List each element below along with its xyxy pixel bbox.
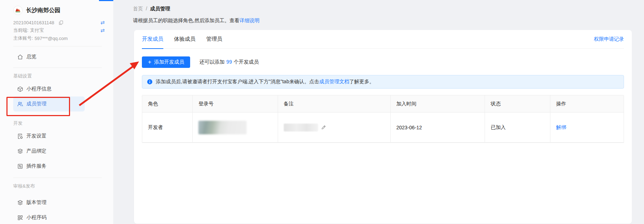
info-icon [147, 79, 153, 85]
app-header: 长沙南郊公园 [13, 6, 105, 15]
page-description: 请根据员工的职能选择角色,然后添加员工。查看详细说明 [133, 18, 644, 24]
main-content: 首页 / 成员管理 请根据员工的职能选择角色,然后添加员工。查看详细说明 开发成… [113, 0, 644, 224]
sidebar-item-label: 产品绑定 [26, 148, 46, 154]
layers-icon [17, 148, 23, 154]
cell-login [193, 113, 278, 142]
copy-icon[interactable] [59, 20, 63, 25]
switch-end-icon[interactable]: ⇄ [100, 28, 105, 33]
redacted-remark-mosaic [284, 124, 318, 131]
sidebar: 长沙南郊公园 2021004101631148 ⇄ 当前端: 支付宝 ⇄ 主体账… [0, 0, 113, 224]
sidebar-group-release: 审核&发布 [13, 183, 105, 189]
plugin-icon [17, 163, 23, 169]
tab-dev-members[interactable]: 开发成员 [142, 30, 163, 49]
cell-join-time: 2023-06-12 [391, 113, 485, 142]
home-icon [17, 54, 23, 60]
tab-admins[interactable]: 管理员 [206, 30, 222, 49]
sidebar-item-label: 小程序信息 [26, 86, 51, 92]
sidebar-item-overview[interactable]: 总览 [13, 50, 85, 64]
divider [13, 46, 102, 46]
switch-app-icon[interactable]: ⇄ [100, 20, 105, 25]
sidebar-item-dev-settings[interactable]: 开发设置 [13, 129, 85, 144]
divider [13, 178, 102, 178]
cell-remark [278, 113, 391, 142]
breadcrumb-home[interactable]: 首页 [133, 6, 143, 12]
column-header-login: 登录号 [193, 95, 278, 112]
column-header-remark: 备注 [278, 95, 391, 112]
account-value: 597***@qq.com [35, 36, 68, 41]
add-button-label: 添加开发成员 [154, 59, 184, 65]
app-id-row: 2021004101631148 ⇄ [13, 19, 105, 26]
column-header-join-time: 加入时间 [391, 95, 485, 112]
add-dev-member-button[interactable]: + 添加开发成员 [142, 56, 190, 68]
account-label: 主体账号: [13, 35, 33, 41]
sidebar-item-label: 成员管理 [26, 101, 46, 107]
account-row: 主体账号: 597***@qq.com [13, 34, 105, 42]
banner-text: 添加成员后,请被邀请者打开支付宝客户端,进入下方"消息"tab来确认。点击 [156, 79, 319, 85]
redacted-login-mosaic [198, 121, 247, 134]
app-name: 长沙南郊公园 [26, 7, 60, 14]
sidebar-item-miniprogram-info[interactable]: 小程序信息 [13, 81, 85, 96]
people-icon [17, 101, 23, 107]
info-banner: 添加成员后,请被邀请者打开支付宝客户端,进入下方"消息"tab来确认。点击成员管… [142, 75, 624, 89]
alipay-miniprogram-console: 长沙南郊公园 2021004101631148 ⇄ 当前端: 支付宝 ⇄ 主体账… [0, 0, 644, 224]
sidebar-item-label: 插件服务 [26, 163, 46, 169]
column-header-role: 角色 [142, 95, 193, 112]
sidebar-item-member-management[interactable]: 成员管理 [13, 96, 85, 111]
top-blue-fragment [99, 0, 113, 1]
sidebar-group-basic: 基础设置 [13, 73, 105, 79]
sidebar-item-label: 小程序码 [26, 214, 46, 221]
detail-doc-link[interactable]: 详细说明 [239, 18, 259, 23]
sidebar-item-label: 版本管理 [26, 199, 46, 206]
current-end-label: 当前端: [13, 27, 29, 34]
table-header-row: 角色 登录号 备注 加入时间 状态 操作 [142, 95, 624, 113]
sidebar-item-miniprogram-code[interactable]: 小程序码 [13, 210, 85, 224]
page-description-text: 请根据员工的职能选择角色,然后添加员工。查看 [133, 18, 239, 23]
app-id: 2021004101631148 [13, 20, 54, 25]
cell-role: 开发者 [142, 113, 193, 142]
cell-status: 已加入 [485, 113, 550, 142]
tab-experience-members[interactable]: 体验成员 [174, 30, 195, 49]
unbind-link[interactable]: 解绑 [556, 124, 566, 131]
plus-icon: + [148, 59, 151, 65]
sidebar-item-label: 开发设置 [26, 133, 46, 139]
layers-icon [17, 200, 23, 206]
table-row: 开发者 2023-06-12 已加入 解绑 [142, 113, 624, 143]
banner-suffix: 了解更多。 [349, 79, 374, 85]
qr-code-icon [17, 215, 23, 221]
breadcrumb-current: 成员管理 [150, 6, 170, 12]
doc-gear-icon [17, 133, 23, 139]
member-table: 角色 登录号 备注 加入时间 状态 操作 开发者 [142, 95, 624, 143]
current-end-row: 当前端: 支付宝 ⇄ [13, 26, 105, 34]
member-panel: 开发成员 体验成员 管理员 权限申请记录 + 添加开发成员 还可以添加99个开发… [134, 30, 632, 224]
permission-records-link[interactable]: 权限申请记录 [594, 36, 624, 43]
column-header-status: 状态 [485, 95, 550, 112]
breadcrumb: 首页 / 成员管理 [133, 6, 644, 12]
sidebar-item-label: 总览 [26, 54, 36, 60]
cube-icon [17, 86, 23, 92]
column-header-action: 操作 [550, 95, 624, 112]
sidebar-group-dev: 开发 [13, 120, 105, 126]
divider [13, 68, 102, 68]
sidebar-item-version-management[interactable]: 版本管理 [13, 195, 85, 210]
tabs: 开发成员 体验成员 管理员 权限申请记录 [142, 30, 624, 49]
current-end-value: 支付宝 [30, 27, 44, 34]
sidebar-item-plugin-service[interactable]: 插件服务 [13, 159, 85, 174]
quota-after: 个开发成员 [234, 59, 259, 65]
breadcrumb-separator: / [146, 6, 147, 12]
sidebar-item-product-binding[interactable]: 产品绑定 [13, 144, 85, 159]
quota-text: 还可以添加99个开发成员 [199, 59, 259, 65]
toolbar: + 添加开发成员 还可以添加99个开发成员 [142, 56, 624, 68]
quota-count: 99 [226, 59, 232, 65]
edit-remark-icon[interactable] [321, 125, 326, 130]
quota-before: 还可以添加 [199, 59, 224, 65]
member-doc-link[interactable]: 成员管理文档 [319, 79, 349, 85]
app-logo-icon [13, 6, 23, 15]
